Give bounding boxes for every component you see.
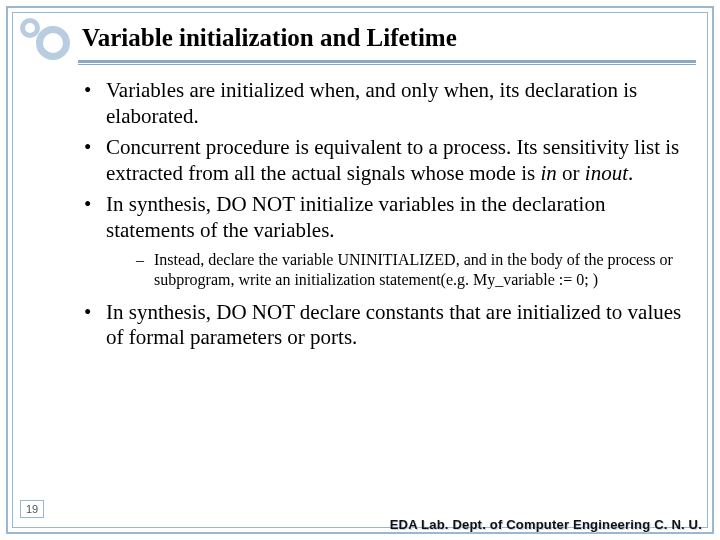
bullet-text: . xyxy=(628,161,633,185)
footer-text: EDA Lab. Dept. of Computer Engineering C… xyxy=(390,517,702,532)
slide-body: Variables are initialized when, and only… xyxy=(78,78,684,357)
rings-logo-icon xyxy=(20,18,70,60)
slide-title: Variable initialization and Lifetime xyxy=(82,24,457,52)
bullet-text: In synthesis, DO NOT initialize variable… xyxy=(106,192,605,242)
bullet-text: Variables are initialized when, and only… xyxy=(106,78,637,128)
bullet-item: Concurrent procedure is equivalent to a … xyxy=(78,135,684,186)
sub-bullet-item: Instead, declare the variable UNINITIALI… xyxy=(106,250,684,290)
bullet-text: or xyxy=(557,161,585,185)
title-underline xyxy=(78,60,696,63)
sub-bullet-text: Instead, declare the variable UNINITIALI… xyxy=(154,251,673,288)
bullet-item: In synthesis, DO NOT declare constants t… xyxy=(78,300,684,351)
italic-keyword: inout xyxy=(585,161,628,185)
bullet-item: In synthesis, DO NOT initialize variable… xyxy=(78,192,684,289)
page-number: 19 xyxy=(20,500,44,518)
bullet-text: In synthesis, DO NOT declare constants t… xyxy=(106,300,681,350)
page-number-value: 19 xyxy=(26,503,38,515)
bullet-item: Variables are initialized when, and only… xyxy=(78,78,684,129)
italic-keyword: in xyxy=(540,161,556,185)
